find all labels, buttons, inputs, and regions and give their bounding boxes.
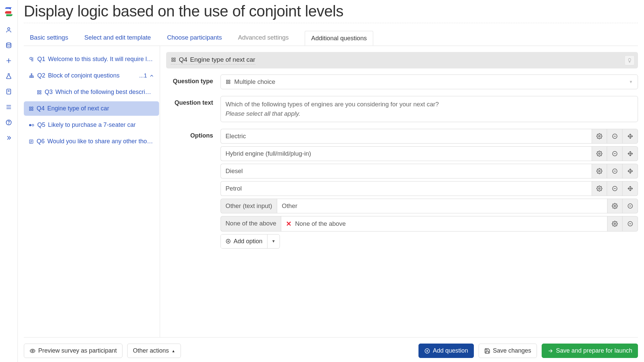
option-settings-button[interactable] xyxy=(607,216,623,231)
save-and-launch-button[interactable]: Save and prepare for launch xyxy=(542,344,638,358)
question-text-line2: Please select all that apply. xyxy=(226,110,300,117)
hierarchy-icon xyxy=(29,73,35,79)
svg-rect-10 xyxy=(40,90,41,92)
preview-survey-button[interactable]: Preview survey as participant xyxy=(24,344,122,358)
option-row: Diesel xyxy=(220,164,638,178)
radio-icon xyxy=(29,122,35,128)
option-row-none: None of the above ✕ None of the above xyxy=(220,216,638,231)
page-title: Display logic based on the use of conjoi… xyxy=(24,0,638,23)
rail-book-icon[interactable] xyxy=(0,84,18,99)
add-question-button[interactable]: Add question xyxy=(418,344,474,358)
chevron-up-icon[interactable] xyxy=(149,73,154,79)
option-settings-button[interactable] xyxy=(592,129,607,144)
option-settings-button[interactable] xyxy=(592,164,607,178)
tab-additional-questions[interactable]: Additional questions xyxy=(305,31,373,46)
grid-icon xyxy=(29,106,34,111)
svg-point-4 xyxy=(9,124,9,124)
svg-point-28 xyxy=(599,135,600,137)
option-remove-button[interactable] xyxy=(623,199,638,213)
svg-point-6 xyxy=(30,76,31,77)
app-logo[interactable] xyxy=(0,4,18,19)
option-settings-button[interactable] xyxy=(592,181,607,196)
grid-icon xyxy=(171,57,176,62)
svg-rect-26 xyxy=(227,82,228,84)
question-list-item-q6[interactable]: Q6 Would you like to share any other tho… xyxy=(24,134,159,149)
question-type-label: Question type xyxy=(166,74,213,85)
question-list-item-q5[interactable]: Q5 Likely to purchase a 7-seater car xyxy=(24,118,159,132)
left-rail xyxy=(0,0,18,362)
svg-point-8 xyxy=(33,76,34,77)
option-drag-button[interactable] xyxy=(623,164,638,178)
option-remove-button[interactable] xyxy=(607,129,623,144)
rail-user-icon[interactable] xyxy=(0,22,18,38)
rail-expand-icon[interactable] xyxy=(0,130,18,146)
tab-advanced-settings: Advanced settings xyxy=(238,31,289,45)
other-actions-button[interactable]: Other actions ▲ xyxy=(127,344,181,358)
question-list-item-q4[interactable]: Q4 Engine type of next car xyxy=(24,101,159,116)
svg-rect-16 xyxy=(32,109,33,110)
chevron-down-icon: ▼ xyxy=(629,80,633,84)
svg-rect-13 xyxy=(30,107,31,108)
svg-rect-22 xyxy=(172,60,173,61)
option-drag-button[interactable] xyxy=(623,129,638,144)
question-list-item-q1[interactable]: Q1 Welcome to this study. It will requir… xyxy=(24,52,159,66)
rail-help-icon[interactable] xyxy=(0,115,18,130)
option-row: Electric xyxy=(220,129,638,144)
question-list-item-q3[interactable]: Q3 Which of the following best describes… xyxy=(24,85,159,99)
option-input[interactable]: Diesel xyxy=(220,164,592,178)
lightbulb-icon[interactable] xyxy=(625,55,635,65)
option-settings-button[interactable] xyxy=(592,146,607,161)
rail-plus-icon[interactable] xyxy=(0,53,18,68)
option-input[interactable]: Hybrid engine (full/mild/plug-in) xyxy=(220,146,592,161)
option-input[interactable]: Electric xyxy=(220,129,592,144)
svg-point-5 xyxy=(31,73,32,74)
tab-select-template[interactable]: Select and edit template xyxy=(84,31,151,45)
add-option-group: Add option ▼ xyxy=(220,234,280,249)
question-list-item-q2[interactable]: Q2 Block of conjoint questions ...1 xyxy=(24,68,159,83)
question-detail: Q4 Engine type of next car Question type xyxy=(160,46,638,337)
svg-rect-23 xyxy=(174,60,175,61)
option-drag-button[interactable] xyxy=(623,181,638,196)
tab-choose-participants[interactable]: Choose participants xyxy=(167,31,222,45)
svg-point-36 xyxy=(614,205,616,207)
option-other-input[interactable]: Other xyxy=(277,199,607,213)
rail-flask-icon[interactable] xyxy=(0,68,18,84)
question-header-title: Engine type of next car xyxy=(190,56,255,63)
options-container: Electric Hybrid engine (full/mild/plug-i… xyxy=(220,129,638,249)
question-text-input[interactable]: Which of the following types of engines … xyxy=(220,96,638,122)
svg-rect-14 xyxy=(32,107,33,108)
svg-rect-24 xyxy=(227,80,228,82)
grid-icon xyxy=(226,79,231,85)
svg-point-7 xyxy=(31,76,32,77)
question-list: Q1 Welcome to this study. It will requir… xyxy=(24,46,160,337)
option-remove-button[interactable] xyxy=(623,216,638,231)
tab-basic-settings[interactable]: Basic settings xyxy=(30,31,68,45)
svg-point-17 xyxy=(29,124,31,126)
save-changes-button[interactable]: Save changes xyxy=(479,344,537,358)
option-input[interactable]: Petrol xyxy=(220,181,592,196)
svg-rect-21 xyxy=(174,58,175,59)
svg-point-34 xyxy=(599,188,600,189)
option-remove-button[interactable] xyxy=(607,164,623,178)
option-row-other: Other (text input) Other xyxy=(220,199,638,213)
option-none-display[interactable]: ✕ None of the above xyxy=(281,216,607,231)
svg-point-38 xyxy=(614,223,616,224)
rail-menu-icon[interactable] xyxy=(0,99,18,115)
add-option-button[interactable]: Add option xyxy=(221,235,267,248)
option-remove-button[interactable] xyxy=(607,146,623,161)
option-remove-button[interactable] xyxy=(607,181,623,196)
question-type-value: Multiple choice xyxy=(234,78,275,86)
question-type-select[interactable]: Multiple choice ▼ xyxy=(220,74,638,89)
rail-stack-icon[interactable] xyxy=(0,38,18,53)
add-option-dropdown[interactable]: ▼ xyxy=(267,235,280,248)
grid-icon xyxy=(37,90,42,95)
question-text-line1: Which of the following types of engines … xyxy=(226,100,633,109)
svg-rect-12 xyxy=(40,93,41,94)
svg-point-0 xyxy=(8,28,10,30)
svg-point-32 xyxy=(599,170,600,172)
caret-up-icon: ▲ xyxy=(171,349,175,353)
option-settings-button[interactable] xyxy=(607,199,623,213)
option-none-prefix: None of the above xyxy=(220,216,281,231)
option-drag-button[interactable] xyxy=(623,146,638,161)
svg-point-18 xyxy=(32,124,34,126)
